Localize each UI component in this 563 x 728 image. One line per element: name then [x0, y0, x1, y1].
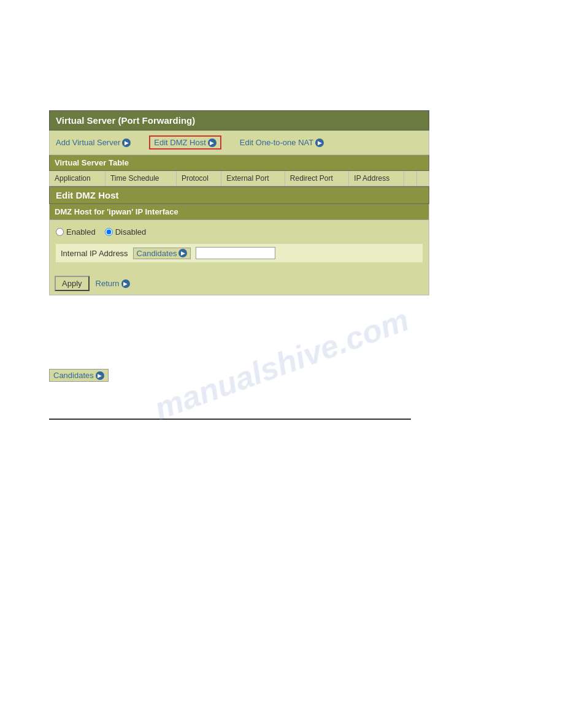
edit-dmz-title: Edit DMZ Host — [49, 186, 429, 204]
col-time-schedule: Time Schedule — [105, 171, 176, 186]
enabled-radio-label[interactable]: Enabled — [56, 227, 96, 237]
footer-line — [49, 419, 411, 420]
col-extra2 — [416, 171, 429, 186]
dmz-header: DMZ Host for 'ipwan' IP Interface — [50, 204, 429, 220]
main-content: Virtual Server (Port Forwarding) Add Vir… — [49, 110, 429, 420]
disabled-label: Disabled — [115, 227, 147, 237]
candidates-link[interactable]: Candidates ▶ — [133, 248, 191, 259]
disabled-radio[interactable] — [105, 228, 113, 236]
return-icon: ▶ — [121, 279, 130, 288]
dmz-body: Enabled Disabled Internal IP Address Can… — [50, 220, 429, 272]
dmz-section: DMZ Host for 'ipwan' IP Interface Enable… — [49, 204, 429, 295]
col-application: Application — [50, 171, 105, 186]
candidates-icon: ▶ — [178, 249, 187, 257]
edit-one-to-one-nat-icon: ▶ — [315, 138, 324, 147]
edit-dmz-host-icon: ▶ — [208, 138, 216, 147]
add-virtual-server-icon: ▶ — [122, 138, 131, 147]
col-external-port: External Port — [221, 171, 285, 186]
ip-address-label: Internal IP Address — [61, 249, 128, 258]
enabled-label: Enabled — [66, 227, 96, 237]
candidates-standalone-link[interactable]: Candidates ▶ — [49, 369, 109, 382]
edit-one-to-one-nat-label: Edit One-to-one NAT — [240, 138, 313, 147]
edit-dmz-host-label: Edit DMZ Host — [154, 138, 206, 147]
col-protocol: Protocol — [176, 171, 221, 186]
add-virtual-server-label: Add Virtual Server — [56, 138, 120, 147]
edit-dmz-host-link[interactable]: Edit DMZ Host ▶ — [149, 135, 221, 150]
add-virtual-server-link[interactable]: Add Virtual Server ▶ — [56, 138, 131, 147]
candidates-standalone-label: Candidates — [53, 371, 94, 380]
candidates-section: Candidates ▶ — [49, 369, 429, 382]
page-title: Virtual Server (Port Forwarding) — [49, 110, 429, 131]
action-bar: Add Virtual Server ▶ Edit DMZ Host ▶ Edi… — [49, 131, 429, 155]
table-header-row: Application Time Schedule Protocol Exter… — [50, 171, 429, 186]
return-link[interactable]: Return ▶ — [96, 279, 130, 288]
return-label: Return — [96, 279, 120, 288]
col-redirect-port: Redirect Port — [285, 171, 348, 186]
disabled-radio-label[interactable]: Disabled — [105, 227, 147, 237]
candidates-label: Candidates — [137, 249, 177, 258]
col-ip-address: IP Address — [349, 171, 404, 186]
virtual-server-table: Application Time Schedule Protocol Exter… — [49, 171, 429, 186]
ip-address-row: Internal IP Address Candidates ▶ — [56, 244, 423, 262]
enabled-radio[interactable] — [56, 228, 64, 236]
ip-address-input[interactable] — [196, 247, 275, 259]
candidates-standalone-icon: ▶ — [96, 371, 104, 380]
edit-one-to-one-nat-link[interactable]: Edit One-to-one NAT ▶ — [240, 138, 324, 147]
radio-row: Enabled Disabled — [56, 225, 423, 239]
apply-button[interactable]: Apply — [55, 276, 90, 291]
col-extra1 — [404, 171, 416, 186]
action-buttons-row: Apply Return ▶ — [50, 272, 429, 295]
virtual-server-table-title: Virtual Server Table — [49, 155, 429, 171]
